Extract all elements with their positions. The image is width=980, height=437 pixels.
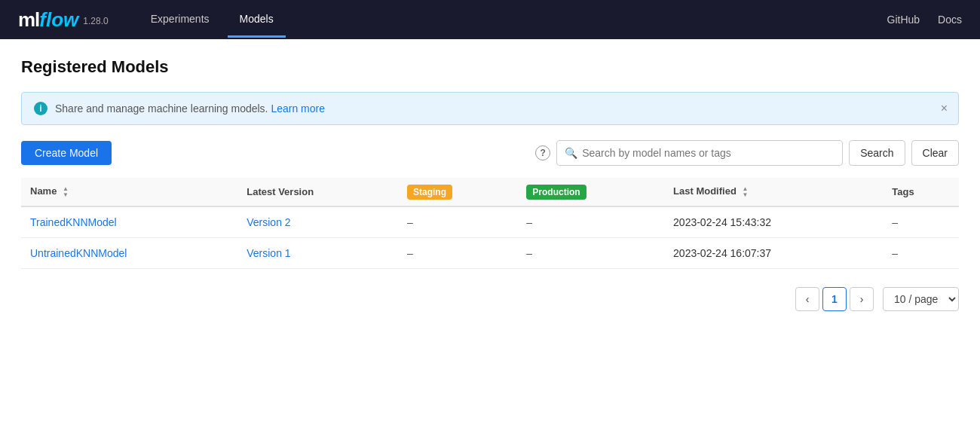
nav-docs[interactable]: Docs — [938, 14, 962, 26]
table-row: UntrainedKNNModel Version 1 – – 2023-02-… — [21, 237, 959, 268]
brand-version: 1.28.0 — [83, 16, 108, 26]
brand: mlflow 1.28.0 — [18, 8, 109, 32]
banner-text: Share and manage machine learning models… — [55, 102, 325, 115]
cell-tags-0: – — [883, 206, 959, 238]
search-box: 🔍 — [556, 140, 843, 166]
navbar: mlflow 1.28.0 Experiments Models GitHub … — [0, 0, 980, 39]
pagination: ‹ 1 › 10 / page25 / page50 / page — [21, 287, 959, 311]
model-link-0[interactable]: TrainedKNNModel — [30, 216, 117, 228]
cell-version-0: Version 2 — [237, 206, 398, 238]
create-model-button[interactable]: Create Model — [21, 141, 112, 165]
banner-close-button[interactable]: × — [941, 102, 948, 115]
search-button[interactable]: Search — [849, 140, 905, 166]
cell-name-0: TrainedKNNModel — [21, 206, 237, 238]
toolbar: Create Model ? 🔍 Search Clear — [21, 140, 959, 166]
version-link-0[interactable]: Version 2 — [247, 216, 290, 228]
search-input[interactable] — [582, 147, 835, 159]
sort-arrows-name: ▲ ▼ — [63, 186, 69, 198]
banner-learn-more[interactable]: Learn more — [271, 102, 325, 115]
models-table: Name ▲ ▼ Latest Version Staging Producti… — [21, 178, 959, 269]
cell-modified-1: 2023-02-24 16:07:37 — [664, 237, 883, 268]
col-name[interactable]: Name ▲ ▼ — [21, 178, 237, 206]
cell-name-1: UntrainedKNNModel — [21, 237, 237, 268]
nav-github[interactable]: GitHub — [887, 14, 920, 26]
prev-page-button[interactable]: ‹ — [795, 287, 819, 311]
version-link-1[interactable]: Version 1 — [247, 247, 290, 259]
col-staging: Staging — [398, 178, 517, 206]
nav-right: GitHub Docs — [887, 14, 962, 26]
cell-staging-0: – — [398, 206, 517, 238]
col-latest-version: Latest Version — [237, 178, 398, 206]
info-icon: i — [34, 102, 47, 115]
cell-staging-1: – — [398, 237, 517, 268]
brand-ml: ml — [18, 8, 39, 32]
clear-button[interactable]: Clear — [911, 140, 959, 166]
cell-production-0: – — [517, 206, 664, 238]
model-link-1[interactable]: UntrainedKNNModel — [30, 247, 127, 259]
search-icon: 🔍 — [565, 147, 577, 159]
col-last-modified[interactable]: Last Modified ▲ ▼ — [664, 178, 883, 206]
table-row: TrainedKNNModel Version 2 – – 2023-02-24… — [21, 206, 959, 238]
cell-version-1: Version 1 — [237, 237, 398, 268]
cell-tags-1: – — [883, 237, 959, 268]
col-tags: Tags — [883, 178, 959, 206]
cell-modified-0: 2023-02-24 15:43:32 — [664, 206, 883, 238]
nav-models[interactable]: Models — [228, 2, 286, 38]
main-content: Registered Models i Share and manage mac… — [0, 39, 980, 329]
current-page-button[interactable]: 1 — [822, 287, 847, 311]
next-page-button[interactable]: › — [850, 287, 874, 311]
cell-production-1: – — [517, 237, 664, 268]
brand-flow: flow — [39, 8, 78, 32]
info-banner: i Share and manage machine learning mode… — [21, 92, 959, 125]
nav-experiments[interactable]: Experiments — [139, 2, 222, 38]
help-icon[interactable]: ? — [535, 145, 550, 160]
page-title: Registered Models — [21, 57, 959, 77]
col-production: Production — [517, 178, 664, 206]
table-header: Name ▲ ▼ Latest Version Staging Producti… — [21, 178, 959, 206]
page-size-select[interactable]: 10 / page25 / page50 / page — [883, 287, 959, 311]
table-body: TrainedKNNModel Version 2 – – 2023-02-24… — [21, 206, 959, 269]
production-badge: Production — [526, 185, 586, 200]
models-table-container: Name ▲ ▼ Latest Version Staging Producti… — [21, 178, 959, 269]
sort-arrows-modified: ▲ ▼ — [742, 186, 748, 198]
staging-badge: Staging — [407, 185, 452, 200]
nav-links: Experiments Models — [139, 2, 887, 38]
